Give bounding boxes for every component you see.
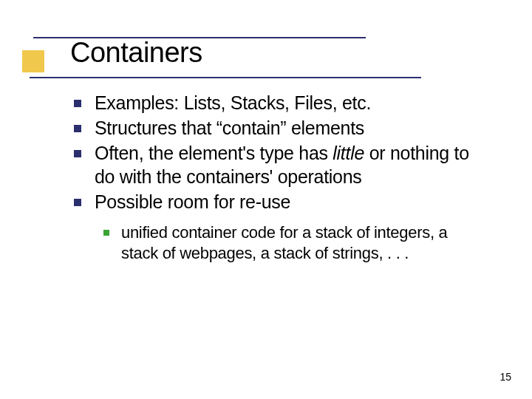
slide-content: Examples: Lists, Stacks, Files, etc. Str… <box>0 69 532 264</box>
bullet-text: Examples: Lists, Stacks, Files, etc. <box>95 91 371 115</box>
sub-bullet-list: unified container code for a stack of in… <box>103 222 488 264</box>
bullet-text: Often, the element's type has little or … <box>95 141 488 188</box>
list-item: Often, the element's type has little or … <box>74 141 488 188</box>
list-item: Structures that “contain” elements <box>74 116 488 140</box>
title-accent-square <box>22 50 44 72</box>
bullet-text-italic: little <box>332 143 364 163</box>
slide-title: Containers <box>70 37 532 69</box>
main-bullet-list: Examples: Lists, Stacks, Files, etc. Str… <box>74 91 488 214</box>
bullet-text: Structures that “contain” elements <box>95 116 364 140</box>
bullet-icon <box>74 125 81 132</box>
bullet-icon <box>74 199 81 206</box>
bullet-text: Possible room for re-use <box>95 190 290 214</box>
sub-bullet-text: unified container code for a stack of in… <box>121 222 488 264</box>
list-item: Examples: Lists, Stacks, Files, etc. <box>74 91 488 115</box>
bullet-icon <box>74 150 81 157</box>
sub-list-item: unified container code for a stack of in… <box>103 222 488 264</box>
sub-bullet-icon <box>103 230 109 236</box>
bullet-text-pre: Often, the element's type has <box>95 143 332 163</box>
title-area: Containers <box>0 0 532 69</box>
title-rule-bottom <box>30 77 421 78</box>
list-item: Possible room for re-use <box>74 190 488 214</box>
bullet-icon <box>74 100 81 107</box>
page-number: 15 <box>499 371 511 383</box>
